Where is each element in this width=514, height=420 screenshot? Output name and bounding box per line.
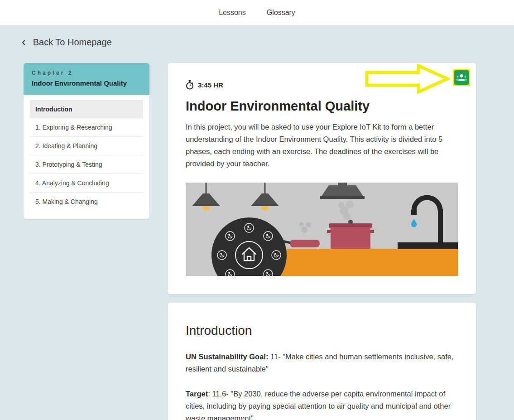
chevron-left-icon: ‹ bbox=[22, 37, 26, 46]
chapter-title: Indoor Environmental Quality bbox=[32, 79, 141, 87]
sidebar-item-ideating-planning[interactable]: 2. Ideating & Planning bbox=[30, 137, 143, 155]
google-classroom-icon bbox=[454, 70, 469, 85]
sidebar-header: Chapter 2 Indoor Environmental Quality bbox=[24, 63, 149, 95]
kitchen-iot-illustration bbox=[186, 183, 458, 276]
back-to-homepage-link[interactable]: ‹ Back To Homepage bbox=[22, 37, 112, 48]
back-link-label: Back To Homepage bbox=[33, 37, 112, 48]
chapter-sidebar: Chapter 2 Indoor Environmental Quality I… bbox=[24, 63, 149, 219]
sidebar-item-introduction[interactable]: Introduction bbox=[30, 100, 143, 118]
sidebar-list: Introduction 1. Exploring & Researching … bbox=[24, 95, 149, 211]
lesson-title: Indoor Environmental Quality bbox=[186, 99, 458, 114]
top-nav: Lessons Glossary bbox=[0, 0, 514, 25]
lesson-description: In this project, you will be asked to us… bbox=[186, 121, 458, 170]
lesson-duration: 3:45 HR bbox=[198, 81, 223, 89]
sidebar-item-making-changing[interactable]: 5. Making & Changing bbox=[30, 193, 143, 211]
yellow-arrow-annotation bbox=[365, 64, 450, 94]
nav-glossary[interactable]: Glossary bbox=[267, 9, 295, 17]
sidebar-item-exploring-researching[interactable]: 1. Exploring & Researching bbox=[30, 118, 143, 137]
introduction-heading: Introduction bbox=[186, 323, 458, 338]
stopwatch-icon bbox=[186, 80, 194, 90]
lesson-card: 3:45 HR Indoor Environmental Quality In … bbox=[168, 63, 476, 294]
chapter-label: Chapter 2 bbox=[32, 70, 141, 76]
un-goal-paragraph: UN Sustainability Goal: 11- "Make cities… bbox=[186, 351, 458, 375]
un-goal-label: UN Sustainability Goal: bbox=[186, 352, 268, 361]
nav-lessons[interactable]: Lessons bbox=[219, 9, 246, 17]
sidebar-item-prototyping-testing[interactable]: 3. Prototyping & Testing bbox=[30, 155, 143, 174]
target-text: : 11.6- "By 2030, reduce the adverse per… bbox=[186, 390, 451, 420]
target-paragraph: Target: 11.6- "By 2030, reduce the adver… bbox=[186, 388, 458, 420]
sidebar-item-analyzing-concluding[interactable]: 4. Analyzing & Concluding bbox=[30, 174, 143, 193]
target-label: Target bbox=[186, 390, 208, 398]
google-classroom-button[interactable] bbox=[453, 69, 470, 86]
introduction-card: Introduction UN Sustainability Goal: 11-… bbox=[168, 303, 476, 420]
